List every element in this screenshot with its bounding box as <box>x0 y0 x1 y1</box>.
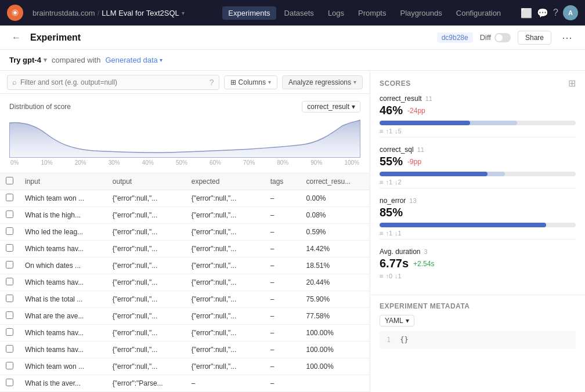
score-action-0[interactable]: ≡ <box>380 230 383 237</box>
diff-toggle-switch[interactable] <box>494 33 511 42</box>
row-checkbox[interactable] <box>0 308 19 325</box>
row-input[interactable]: What is the total ... <box>19 291 107 308</box>
th-input[interactable]: input <box>19 173 107 190</box>
row-expected[interactable]: {"error":null,"... <box>186 325 265 342</box>
score-action-0[interactable]: ≡ <box>380 128 383 135</box>
model-selector[interactable]: Try gpt-4 ▾ <box>9 56 47 64</box>
nav-link-prompts[interactable]: Prompts <box>352 6 392 20</box>
row-select-checkbox[interactable] <box>6 379 13 386</box>
row-expected[interactable]: {"error":null,"... <box>186 207 265 224</box>
score-action-1[interactable]: ↑1 <box>385 179 392 186</box>
row-output[interactable]: {"error":null,"... <box>107 224 186 241</box>
row-select-checkbox[interactable] <box>6 345 13 353</box>
yaml-format-selector[interactable]: YAML ▾ <box>380 315 414 326</box>
row-input[interactable]: What is the aver... <box>19 375 107 392</box>
row-input[interactable]: Which team won ... <box>19 190 107 207</box>
row-output[interactable]: {"error":null,"... <box>107 308 186 325</box>
score-action-2[interactable]: ↓1 <box>395 273 402 280</box>
th-score[interactable]: correct_resu... <box>300 173 370 190</box>
row-input[interactable]: Which teams hav... <box>19 342 107 358</box>
row-select-checkbox[interactable] <box>6 311 13 319</box>
th-tags[interactable]: tags <box>265 173 301 190</box>
row-input[interactable]: Which teams hav... <box>19 325 107 342</box>
row-checkbox[interactable] <box>0 358 19 375</box>
row-input[interactable]: Which teams hav... <box>19 274 107 291</box>
row-output[interactable]: {"error":null,"... <box>107 190 186 207</box>
select-all-checkbox[interactable] <box>6 177 13 184</box>
nav-link-playgrounds[interactable]: Playgrounds <box>394 6 447 20</box>
compared-link[interactable]: Generated data ▾ <box>105 56 162 64</box>
row-expected[interactable]: {"error":null,"... <box>186 308 265 325</box>
row-expected[interactable]: {"error":null,"... <box>186 274 265 291</box>
score-action-2[interactable]: ↓5 <box>395 128 402 135</box>
row-expected[interactable]: {"error":null,"... <box>186 257 265 274</box>
row-select-checkbox[interactable] <box>6 227 13 235</box>
row-input[interactable]: What are the ave... <box>19 308 107 325</box>
row-expected[interactable]: {"error":null,"... <box>186 342 265 358</box>
row-input[interactable]: On which dates ... <box>19 257 107 274</box>
row-expected[interactable]: {"error":null,"... <box>186 358 265 375</box>
row-checkbox[interactable] <box>0 375 19 392</box>
score-action-2[interactable]: ↓2 <box>395 179 402 186</box>
row-select-checkbox[interactable] <box>6 261 13 268</box>
row-checkbox[interactable] <box>0 241 19 257</box>
nav-link-datasets[interactable]: Datasets <box>279 6 320 20</box>
row-checkbox[interactable] <box>0 291 19 308</box>
score-action-0[interactable]: ≡ <box>380 273 383 280</box>
row-select-checkbox[interactable] <box>6 210 13 218</box>
score-action-1[interactable]: ↑1 <box>385 128 392 135</box>
row-input[interactable]: Which teams hav... <box>19 241 107 257</box>
breadcrumb-caret[interactable]: ▾ <box>182 10 185 16</box>
scores-options-icon[interactable]: ⊞ <box>568 78 576 89</box>
row-checkbox[interactable] <box>0 207 19 224</box>
row-checkbox[interactable] <box>0 274 19 291</box>
row-expected[interactable]: {"error":null,"... <box>186 241 265 257</box>
score-action-0[interactable]: ≡ <box>380 179 383 186</box>
row-select-checkbox[interactable] <box>6 278 13 285</box>
nav-link-experiments[interactable]: Experiments <box>222 6 276 20</box>
analyze-regressions-button[interactable]: Analyze regressions ▾ <box>282 75 363 89</box>
share-button[interactable]: Share <box>518 31 551 45</box>
row-output[interactable]: {"error":null,"... <box>107 207 186 224</box>
score-action-1[interactable]: ↑1 <box>385 230 392 237</box>
row-output[interactable]: {"error":null,"... <box>107 241 186 257</box>
nav-link-logs[interactable]: Logs <box>322 6 350 20</box>
help-icon[interactable]: ? <box>553 8 558 18</box>
score-action-2[interactable]: ↓1 <box>395 230 402 237</box>
chat-icon[interactable]: 💬 <box>537 8 548 19</box>
more-options-button[interactable]: ⋯ <box>558 30 576 45</box>
help-circle-icon[interactable]: ? <box>210 78 214 87</box>
row-output[interactable]: {"error":null,"... <box>107 257 186 274</box>
chart-selector[interactable]: correct_result ▾ <box>302 101 360 112</box>
row-checkbox[interactable] <box>0 342 19 358</box>
row-checkbox[interactable] <box>0 224 19 241</box>
row-checkbox[interactable] <box>0 325 19 342</box>
row-select-checkbox[interactable] <box>6 244 13 252</box>
th-output[interactable]: output <box>107 173 186 190</box>
score-action-1[interactable]: ↑0 <box>385 273 392 280</box>
filter-input-wrap[interactable]: ⌕ ? <box>7 75 219 90</box>
row-select-checkbox[interactable] <box>6 295 13 302</box>
logo-icon[interactable] <box>7 5 23 21</box>
row-output[interactable]: {"error":null,"... <box>107 291 186 308</box>
row-output[interactable]: {"error":null,"... <box>107 358 186 375</box>
row-input[interactable]: Which team won ... <box>19 358 107 375</box>
row-select-checkbox[interactable] <box>6 328 13 336</box>
row-checkbox[interactable] <box>0 190 19 207</box>
row-output[interactable]: {"error":null,"... <box>107 274 186 291</box>
nav-link-configuration[interactable]: Configuration <box>450 6 507 20</box>
back-button[interactable]: ← <box>9 30 23 45</box>
search-input[interactable] <box>20 78 206 86</box>
row-output[interactable]: {"error":"Parse... <box>107 375 186 392</box>
row-output[interactable]: {"error":null,"... <box>107 325 186 342</box>
th-expected[interactable]: expected <box>186 173 265 190</box>
breadcrumb-project[interactable]: LLM Eval for Text2SQL <box>102 9 179 17</box>
breadcrumb-site[interactable]: braintrustdata.com <box>32 9 95 17</box>
row-input[interactable]: Who led the leag... <box>19 224 107 241</box>
row-expected[interactable]: {"error":null,"... <box>186 224 265 241</box>
monitor-icon[interactable]: ⬜ <box>521 8 532 19</box>
columns-button[interactable]: ⊞ Columns ▾ <box>224 75 277 89</box>
avatar[interactable]: A <box>563 5 578 20</box>
row-checkbox[interactable] <box>0 257 19 274</box>
row-select-checkbox[interactable] <box>6 362 13 369</box>
